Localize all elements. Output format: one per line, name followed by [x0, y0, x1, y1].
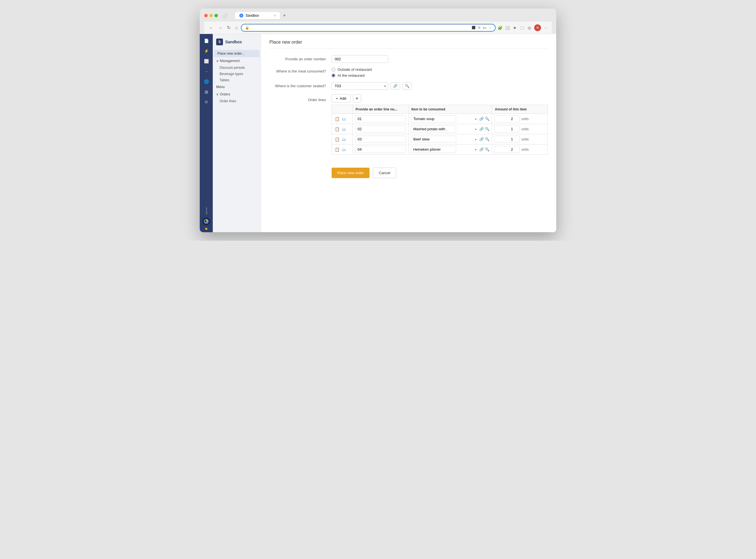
sidebar-section-management[interactable]: ∨ Management	[213, 57, 261, 65]
extensions-icon[interactable]: 🧩	[497, 25, 502, 30]
item-select[interactable]: Mashed potato with .	[411, 126, 456, 133]
favorites-icon: ☆	[489, 26, 492, 29]
home-button[interactable]: ⌂	[234, 24, 239, 31]
line-number-input[interactable]	[355, 136, 406, 143]
item-search-icon[interactable]: 🔍	[485, 117, 490, 121]
amount-input[interactable]	[494, 126, 520, 133]
item-cell: Tomato soup 🔗 🔍	[408, 114, 492, 124]
sidebar-item-place-new-order[interactable]: Place new order...	[214, 50, 259, 57]
new-tab-button[interactable]: +	[281, 12, 288, 19]
sidebar-icon-login[interactable]: →	[202, 67, 211, 76]
copy-row-button[interactable]: 📋	[334, 136, 340, 142]
outside-restaurant-radio[interactable]	[332, 68, 335, 71]
delete-row-button[interactable]: 🗂	[341, 116, 346, 122]
item-select[interactable]: Beef stew	[411, 136, 456, 143]
copy-row-button[interactable]: 📋	[334, 126, 340, 132]
sidebar-item-discount-periods[interactable]: Discount periods	[213, 65, 261, 71]
at-restaurant-option[interactable]: At the restaurant	[332, 73, 548, 77]
collections-icon[interactable]: ⬚	[519, 25, 524, 30]
order-lines-toolbar: + Add ≡	[332, 94, 548, 103]
favorites-bar-icon[interactable]: ★	[512, 25, 517, 30]
delete-row-button[interactable]: 🗂	[341, 126, 346, 132]
line-number-input[interactable]	[355, 146, 406, 153]
sidebar-icon-document[interactable]: 📄	[202, 36, 211, 45]
item-link-icon[interactable]: 🔗	[479, 117, 484, 121]
active-tab[interactable]: S Sandbox ×	[235, 12, 280, 19]
title-bar: ⬜ S Sandbox × + ← → ↻ ⌂ 🔒 ⬛ ⊞ Aa ☆	[200, 8, 556, 34]
cancel-button[interactable]: Cancel	[373, 167, 396, 178]
seated-select[interactable]: T01 T02 T03 T04	[332, 82, 388, 90]
toolbar-icons: 🧩 ⬜ ★ ⬚ ◎ U ···	[497, 24, 548, 31]
item-search-icon[interactable]: 🔍	[485, 137, 490, 141]
close-button[interactable]	[204, 14, 208, 17]
item-select[interactable]: Tomato soup	[411, 115, 456, 122]
sidebar-item-menu[interactable]: Menu	[213, 83, 261, 91]
action-buttons: Place new order Cancel	[269, 167, 548, 178]
sidebar-section-orders[interactable]: ∨ Orders	[213, 91, 261, 98]
brand-icon: S	[216, 39, 223, 45]
order-lines-menu-button[interactable]: ≡	[353, 94, 361, 103]
address-bar[interactable]: 🔒 ⬛ ⊞ Aa ☆	[241, 24, 495, 31]
sidebar-toggle-icon[interactable]: ⬜	[220, 14, 229, 18]
line-number-input[interactable]	[355, 115, 406, 122]
copilot-icon[interactable]: ◎	[527, 25, 532, 30]
place-new-order-button[interactable]: Place new order	[332, 167, 370, 178]
amount-input[interactable]	[494, 146, 520, 153]
seated-row: Where is the customer seated? T01 T02 T0…	[269, 82, 548, 90]
sidebar-icon-database[interactable]: ▦	[202, 87, 211, 96]
sidebar-icon-globe[interactable]: 🌐	[202, 77, 211, 86]
more-button[interactable]: ···	[543, 25, 548, 30]
line-number-input[interactable]	[355, 126, 406, 133]
amount-input-row: units	[494, 136, 545, 143]
meal-location-control: Outside of restaurant At the restaurant	[332, 67, 548, 77]
item-search-icon[interactable]: 🔍	[485, 147, 490, 152]
minimize-button[interactable]	[209, 14, 213, 17]
delete-row-button[interactable]: 🗂	[341, 147, 346, 152]
maximize-button[interactable]	[214, 14, 218, 17]
order-lines-table: Provide an order line nu... Item to be c…	[332, 105, 548, 155]
split-icon[interactable]: ⬜	[505, 25, 510, 30]
refresh-button[interactable]: ↻	[226, 24, 232, 31]
line-number-cell	[353, 144, 408, 155]
seated-link-icon[interactable]: 🔗	[391, 83, 400, 89]
amount-input[interactable]	[494, 136, 520, 143]
outside-restaurant-option[interactable]: Outside of restaurant	[332, 67, 548, 72]
order-number-input[interactable]	[332, 55, 388, 63]
item-select[interactable]: Heineken pilsner	[411, 146, 456, 153]
col-header-item: Item to be consumed	[408, 105, 492, 114]
tab-close-icon[interactable]: ×	[274, 14, 276, 17]
sidebar-icon-settings[interactable]: ⚙	[202, 97, 211, 107]
at-restaurant-radio[interactable]	[332, 74, 335, 77]
forward-button[interactable]: →	[217, 24, 223, 31]
add-order-line-button[interactable]: + Add	[332, 94, 351, 103]
traffic-lights	[204, 14, 218, 17]
seated-input-row: T01 T02 T03 T04 🔗 🔍	[332, 82, 548, 90]
delete-row-button[interactable]: 🗂	[341, 136, 346, 142]
item-search-icon[interactable]: 🔍	[485, 127, 490, 131]
item-link-icon[interactable]: 🔗	[479, 147, 484, 152]
chevron-down-icon: ∨	[216, 59, 219, 63]
sidebar-icon-chart[interactable]: ⚡	[202, 46, 211, 55]
row-actions-cell: 📋 🗂	[332, 144, 353, 155]
back-button[interactable]: ←	[208, 24, 214, 31]
item-cell: Mashed potato with . 🔗 🔍	[408, 124, 492, 134]
col-header-line-number: Provide an order line nu...	[353, 105, 408, 114]
line-number-cell	[353, 134, 408, 144]
order-lines-content: + Add ≡ Provide an order line nu... Item	[332, 94, 548, 155]
item-select-row: Mashed potato with . 🔗 🔍	[411, 126, 490, 133]
row-actions-cell: 📋 🗂	[332, 134, 353, 144]
at-restaurant-label: At the restaurant	[337, 73, 365, 77]
sidebar-item-order-lines[interactable]: Order lines	[213, 98, 261, 104]
sidebar-icon-box[interactable]: ⬜	[202, 57, 211, 66]
user-avatar[interactable]: U	[534, 24, 541, 31]
copy-row-button[interactable]: 📋	[334, 147, 340, 152]
item-link-icon[interactable]: 🔗	[479, 137, 484, 141]
amount-input[interactable]	[494, 115, 520, 122]
meal-location-radio-group: Outside of restaurant At the restaurant	[332, 67, 548, 77]
copy-row-button[interactable]: 📋	[334, 116, 340, 122]
sidebar-item-beverage-types[interactable]: Beverage types	[213, 71, 261, 77]
sidebar-item-tables[interactable]: Tables	[213, 77, 261, 83]
brand-text: kjerner	[205, 207, 208, 214]
seated-search-icon[interactable]: 🔍	[402, 83, 412, 89]
item-link-icon[interactable]: 🔗	[479, 127, 484, 131]
